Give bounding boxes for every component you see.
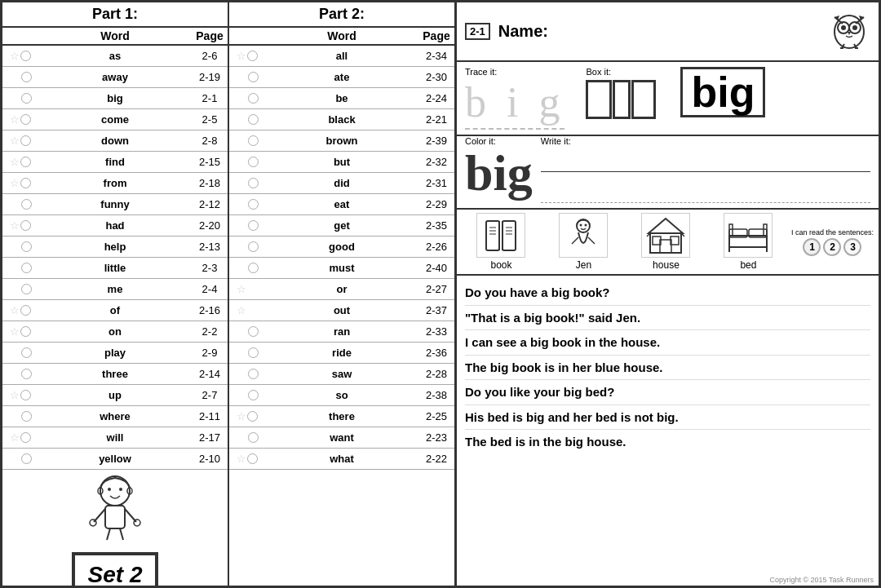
big-word-section: big [680,67,765,117]
page-text: 2-8 [192,135,228,147]
list-item: little 2-3 [2,258,228,279]
star-icon[interactable]: ☆ [10,304,20,316]
circle-icon[interactable] [21,411,32,422]
row-icons: ☆ [2,156,38,168]
circle-icon[interactable] [248,157,259,167]
star-icon[interactable]: ☆ [237,304,246,316]
circle-icon[interactable] [20,157,31,167]
circle-icon[interactable] [247,411,258,422]
circle-icon[interactable] [248,178,259,188]
circle-icon[interactable] [248,390,259,400]
row-icons [229,93,265,104]
circle-icon[interactable] [20,51,31,61]
star-icon[interactable]: ☆ [237,453,246,465]
word-text: black [265,113,418,126]
color-write-area: Color it: big Write it: [457,136,879,210]
circle-icon[interactable] [248,326,259,337]
list-item: ☆ as 2-6 [2,46,228,67]
star-icon[interactable]: ☆ [10,177,20,189]
circle-icon[interactable] [21,72,32,82]
star-icon[interactable]: ☆ [237,410,246,422]
row-icons: ☆ [229,410,265,422]
circle-icon[interactable] [21,93,32,104]
write-line-2[interactable] [541,179,870,203]
row-icons [2,411,38,422]
svg-rect-37 [660,240,671,253]
circle-icon[interactable] [20,305,31,316]
circle-icon[interactable] [21,199,32,210]
circle-icon[interactable] [248,199,259,210]
star-icon[interactable]: ☆ [237,283,246,295]
circle-icon[interactable] [248,347,259,358]
circle-icon[interactable] [21,284,32,294]
row-icons: ☆ [2,389,38,401]
sentence-line: The big book is in her blue house. [465,356,870,381]
star-icon[interactable]: ☆ [237,50,246,62]
circle-icon[interactable] [21,263,32,273]
circle-icon[interactable] [21,347,32,358]
circle-icon[interactable] [21,369,32,379]
name-label: Name: [498,22,548,41]
circle-icon[interactable] [248,114,259,125]
badge-1[interactable]: 1 [803,238,821,256]
row-icons [229,390,265,400]
circle-icon[interactable] [20,135,31,146]
word-text: little [38,262,192,274]
page-text: 2-15 [192,156,228,168]
owl-icon [828,7,870,55]
star-icon[interactable]: ☆ [10,389,20,401]
badge-nums: 1 2 3 [803,238,861,256]
write-section: Write it: [541,136,870,203]
star-icon[interactable]: ☆ [10,325,20,338]
word-text: there [265,410,418,422]
row-icons [229,178,265,188]
word-text: did [265,177,418,189]
circle-icon[interactable] [248,72,259,82]
box-word [586,80,656,119]
write-line-1[interactable] [541,148,870,172]
page-text: 2-20 [192,219,228,232]
star-icon[interactable]: ☆ [10,135,20,147]
star-icon[interactable]: ☆ [10,113,20,126]
circle-icon[interactable] [21,241,32,252]
circle-icon[interactable] [20,326,31,337]
page-text: 2-32 [418,156,454,168]
circle-icon[interactable] [248,263,259,273]
circle-icon[interactable] [248,432,259,443]
star-icon[interactable]: ☆ [10,219,20,232]
svg-line-33 [572,237,578,244]
row-icons [2,284,38,294]
circle-icon[interactable] [20,178,31,188]
word-text: will [38,431,192,444]
part2-word-header: Word [265,28,418,44]
circle-icon[interactable] [20,220,31,231]
circle-icon[interactable] [247,453,258,464]
circle-icon[interactable] [20,432,31,443]
right-panel: 2-1 Name: Trace it: [457,0,881,588]
circle-icon[interactable] [248,369,259,379]
circle-icon[interactable] [248,220,259,231]
word-text: eat [265,198,418,210]
star-icon[interactable]: ☆ [10,431,20,444]
word-text: up [38,389,192,401]
circle-icon[interactable] [247,51,258,61]
circle-icon[interactable] [248,241,259,252]
word-text: as [38,50,192,62]
circle-icon[interactable] [248,135,259,146]
part1-header: Part 1: [2,2,228,28]
row-icons [229,199,265,210]
circle-icon[interactable] [21,453,32,464]
badge-2[interactable]: 2 [823,238,841,256]
star-icon[interactable]: ☆ [10,50,20,62]
circle-icon[interactable] [20,390,31,400]
star-icon[interactable]: ☆ [10,156,20,168]
list-item: get 2-35 [229,215,454,237]
svg-point-2 [119,488,122,491]
circle-icon[interactable] [20,114,31,125]
page-text: 2-14 [192,368,228,380]
badge-3[interactable]: 3 [843,238,861,256]
row-icons [229,135,265,146]
set2-label: Set 2 [72,552,159,588]
circle-icon[interactable] [248,93,259,104]
row-icons [2,199,38,210]
